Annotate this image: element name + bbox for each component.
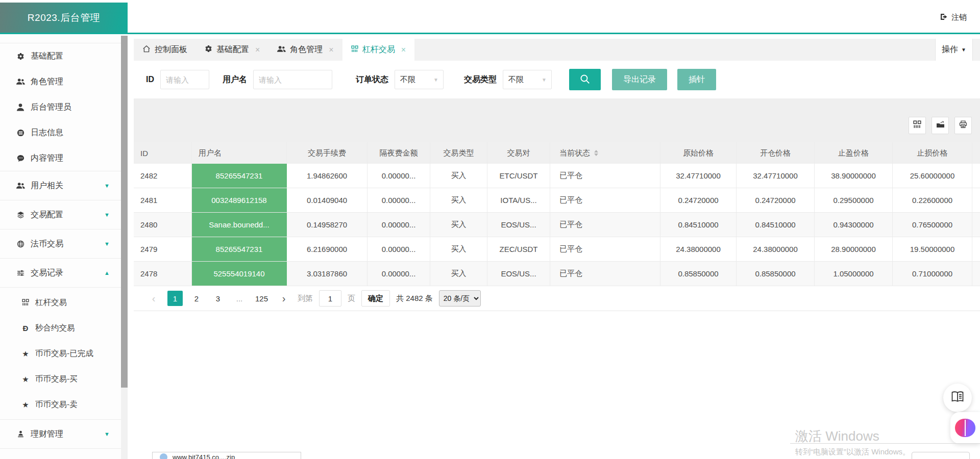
sidebar-item-logs[interactable]: 日志信息 [0, 120, 121, 145]
sidebar-subitem-label: 币币交易-已完成 [35, 348, 93, 359]
pin-button[interactable]: 插针 [677, 69, 716, 90]
col-header-fee: 交易手续费 [287, 142, 368, 164]
cell-fee: 6.21690000 [287, 237, 368, 261]
sidebar-item-role-mgmt[interactable]: 角色管理 [0, 69, 121, 94]
brain-icon [955, 419, 975, 437]
users-icon [277, 45, 286, 55]
partial-popup-outline [912, 452, 970, 459]
close-icon[interactable]: × [329, 45, 333, 55]
chevron-down-icon: ▼ [433, 77, 438, 83]
sidebar-subitem-label: 币币交易-买 [35, 374, 78, 385]
export-icon [936, 120, 945, 131]
username-filter-input[interactable] [253, 70, 332, 89]
tab-label: 角色管理 [290, 44, 323, 55]
sidebar-item-label: 基础配置 [31, 51, 63, 62]
chevron-down-icon: ▼ [542, 77, 547, 83]
tab-dashboard[interactable]: 控制面板 [134, 39, 196, 61]
trade-type-select[interactable]: 不限 ▼ [503, 70, 552, 89]
logout-button[interactable]: 注销 [940, 3, 980, 33]
col-header-username: 用户名 [192, 142, 287, 164]
close-icon[interactable]: × [255, 45, 260, 55]
cell-overnight: 0.00000... [368, 213, 430, 237]
sidebar-item-trade-config[interactable]: 交易配置 ▼ [0, 200, 121, 229]
sidebar-subitem-spot-buy[interactable]: ★ 币币交易-买 [0, 366, 121, 392]
goto-label: 到第 [298, 294, 313, 303]
sidebar-subitem-leverage-trade[interactable]: 杠杆交易 [0, 290, 121, 315]
pagination: ‹ 1 2 3 ... 125 › 到第 页 确定 共 2482 条 20 条/… [134, 286, 980, 311]
sidebar-item-trade-records[interactable]: 交易记录 ▲ [0, 258, 121, 287]
columns-icon [913, 120, 921, 131]
cell-take-profit: 28.90000000 [815, 237, 893, 261]
tab-role-mgmt[interactable]: 角色管理 × [268, 39, 342, 61]
export-button[interactable] [932, 117, 949, 134]
trade-records-submenu: 杠杆交易 Ð 秒合约交易 ★ 币币交易-已完成 ★ 币币交易-买 ★ 币币交易-… [0, 287, 121, 419]
next-page-button[interactable]: › [276, 291, 291, 306]
sidebar-divider [0, 448, 121, 449]
col-header-pair: 交易对 [487, 142, 550, 164]
home-icon [142, 45, 151, 55]
cell-type: 买入 [430, 213, 487, 237]
cell-pair: ETC/USDT [487, 164, 550, 188]
download-bar-item[interactable]: www.bit7415.co....zip [152, 452, 301, 459]
sidebar-item-content-mgmt[interactable]: 内容管理 [0, 145, 121, 171]
username-filter-label: 用户名 [223, 74, 247, 85]
id-filter-input[interactable] [160, 70, 209, 89]
assistant-fab-button[interactable] [950, 412, 980, 444]
cell-original-price: 32.47710000 [660, 164, 737, 188]
sort-icon[interactable] [594, 150, 598, 156]
tab-label: 控制面板 [155, 44, 187, 55]
col-header-sliver [972, 142, 980, 164]
page-size-select[interactable]: 20 条/页 [439, 290, 481, 307]
cell-open-price: 0.85850000 [737, 262, 815, 286]
sidebar-subitem-second-contract[interactable]: Ð 秒合约交易 [0, 315, 121, 341]
tab-basic-config[interactable]: 基础配置 × [196, 39, 268, 61]
qr-icon [20, 299, 31, 306]
tab-label: 杠杆交易 [362, 44, 395, 55]
search-button[interactable] [569, 69, 601, 90]
order-status-select[interactable]: 不限 ▼ [395, 70, 444, 89]
goto-page-input[interactable] [319, 290, 341, 307]
cell-pair: ZEC/USDT [487, 237, 550, 261]
sidebar-item-label: 用户相关 [31, 181, 63, 191]
sidebar-subitem-spot-done[interactable]: ★ 币币交易-已完成 [0, 341, 121, 366]
sidebar-subitem-label: 币币交易-卖 [35, 399, 78, 410]
sidebar-item-admins[interactable]: 后台管理员 [0, 94, 121, 120]
cell-fee: 0.14958270 [287, 213, 368, 237]
sidebar-item-wealth-mgmt[interactable]: 理财管理 ▼ [0, 419, 121, 448]
cell-take-profit: 38.90000000 [815, 164, 893, 188]
sidebar-item-basic-config[interactable]: 基础配置 [0, 43, 121, 69]
gear-icon [205, 45, 212, 55]
close-icon[interactable]: × [401, 45, 406, 55]
cell-status: 已平仓 [550, 262, 660, 286]
col-header-open-price: 开仓价格 [737, 142, 815, 164]
export-records-button[interactable]: 导出记录 [612, 69, 667, 90]
sidebar-item-label: 后台管理员 [31, 102, 71, 113]
cell-original-price: 0.24720000 [660, 188, 737, 212]
page-button[interactable]: 1 [167, 291, 183, 306]
users-icon [15, 182, 26, 189]
reader-fab-button[interactable] [943, 384, 972, 412]
page-button[interactable]: 3 [210, 291, 226, 306]
sidebar-subitem-spot-sell[interactable]: ★ 币币交易-卖 [0, 392, 121, 417]
cell-overnight: 0.00000... [368, 164, 430, 188]
print-button[interactable] [954, 117, 972, 134]
book-icon [950, 391, 965, 405]
trade-type-value: 不限 [508, 75, 524, 85]
sidebar-item-user-related[interactable]: 用户相关 ▼ [0, 171, 121, 200]
cell-fee: 0.01409040 [287, 188, 368, 212]
confirm-button[interactable]: 确定 [361, 290, 390, 307]
cell-username: 85265547231 [192, 164, 287, 188]
prev-page-button[interactable]: ‹ [146, 291, 161, 306]
log-icon [15, 129, 26, 137]
columns-toggle-button[interactable] [909, 117, 926, 134]
sidebar-scrollbar-thumb[interactable] [121, 36, 128, 388]
page-button[interactable]: 2 [189, 291, 204, 306]
page-button[interactable]: 125 [253, 291, 270, 306]
cell-id: 2480 [134, 213, 192, 237]
cell-take-profit: 0.29500000 [815, 188, 893, 212]
tab-leverage-trade[interactable]: 杠杆交易 × [342, 39, 414, 61]
sidebar-item-fiat-trade[interactable]: 法币交易 ▼ [0, 229, 121, 258]
actions-dropdown-button[interactable]: 操作 ▼ [935, 39, 973, 61]
col-header-original-price: 原始价格 [660, 142, 737, 164]
cell-overnight: 0.00000... [368, 262, 430, 286]
